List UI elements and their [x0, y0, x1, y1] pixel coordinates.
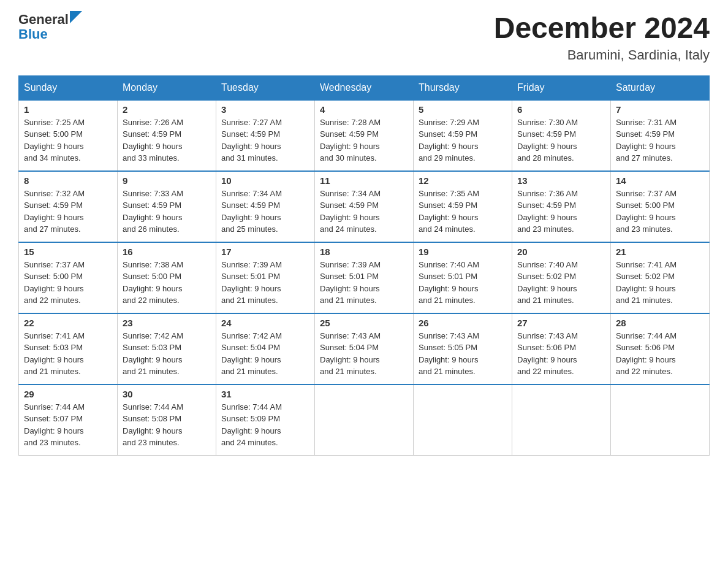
day-info: Sunrise: 7:32 AMSunset: 4:59 PMDaylight:…	[24, 188, 112, 236]
calendar-week-row: 15Sunrise: 7:37 AMSunset: 5:00 PMDayligh…	[19, 242, 710, 313]
day-info: Sunrise: 7:41 AMSunset: 5:03 PMDaylight:…	[24, 330, 112, 378]
calendar-day-cell: 2Sunrise: 7:26 AMSunset: 4:59 PMDaylight…	[118, 100, 216, 171]
calendar-day-cell: 30Sunrise: 7:44 AMSunset: 5:08 PMDayligh…	[118, 385, 216, 456]
day-number: 22	[24, 318, 112, 328]
calendar-day-cell: 27Sunrise: 7:43 AMSunset: 5:06 PMDayligh…	[512, 313, 611, 385]
day-number: 9	[123, 175, 211, 186]
calendar-day-cell: 25Sunrise: 7:43 AMSunset: 5:04 PMDayligh…	[315, 313, 414, 385]
calendar-day-cell: 29Sunrise: 7:44 AMSunset: 5:07 PMDayligh…	[19, 385, 118, 456]
calendar-week-row: 22Sunrise: 7:41 AMSunset: 5:03 PMDayligh…	[19, 313, 710, 385]
column-header-thursday: Thursday	[414, 75, 512, 100]
calendar-day-cell: 14Sunrise: 7:37 AMSunset: 5:00 PMDayligh…	[611, 171, 710, 242]
calendar-day-cell: 9Sunrise: 7:33 AMSunset: 4:59 PMDaylight…	[118, 171, 216, 242]
calendar-day-cell: 23Sunrise: 7:42 AMSunset: 5:03 PMDayligh…	[118, 313, 216, 385]
calendar-day-cell: 24Sunrise: 7:42 AMSunset: 5:04 PMDayligh…	[216, 313, 315, 385]
location-title: Barumini, Sardinia, Italy	[494, 47, 710, 63]
day-info: Sunrise: 7:33 AMSunset: 4:59 PMDaylight:…	[123, 188, 211, 236]
day-info: Sunrise: 7:34 AMSunset: 4:59 PMDaylight:…	[320, 188, 408, 236]
day-info: Sunrise: 7:39 AMSunset: 5:01 PMDaylight:…	[320, 259, 408, 307]
day-info: Sunrise: 7:34 AMSunset: 4:59 PMDaylight:…	[221, 188, 309, 236]
calendar-day-cell: 10Sunrise: 7:34 AMSunset: 4:59 PMDayligh…	[216, 171, 315, 242]
svg-marker-0	[70, 11, 82, 23]
day-number: 21	[616, 247, 704, 257]
day-info: Sunrise: 7:38 AMSunset: 5:00 PMDaylight:…	[123, 259, 211, 307]
day-info: Sunrise: 7:31 AMSunset: 4:59 PMDaylight:…	[616, 117, 704, 164]
calendar-week-row: 1Sunrise: 7:25 AMSunset: 5:00 PMDaylight…	[19, 100, 710, 171]
month-title: December 2024	[494, 12, 710, 45]
calendar-day-cell: 8Sunrise: 7:32 AMSunset: 4:59 PMDaylight…	[19, 171, 118, 242]
calendar-day-cell: 18Sunrise: 7:39 AMSunset: 5:01 PMDayligh…	[315, 242, 414, 313]
calendar-day-cell: 6Sunrise: 7:30 AMSunset: 4:59 PMDaylight…	[512, 100, 611, 171]
day-number: 29	[24, 389, 112, 399]
day-number: 17	[221, 247, 309, 257]
day-info: Sunrise: 7:35 AMSunset: 4:59 PMDaylight:…	[419, 188, 507, 236]
day-number: 30	[123, 389, 211, 399]
day-number: 8	[24, 175, 112, 186]
day-number: 2	[123, 104, 211, 115]
day-info: Sunrise: 7:29 AMSunset: 4:59 PMDaylight:…	[419, 117, 507, 164]
calendar-day-cell: 4Sunrise: 7:28 AMSunset: 4:59 PMDaylight…	[315, 100, 414, 171]
day-number: 25	[320, 318, 408, 328]
day-info: Sunrise: 7:40 AMSunset: 5:01 PMDaylight:…	[419, 259, 507, 307]
day-info: Sunrise: 7:25 AMSunset: 5:00 PMDaylight:…	[24, 117, 112, 164]
day-number: 24	[221, 318, 309, 328]
day-number: 11	[320, 175, 408, 186]
calendar-day-cell: 20Sunrise: 7:40 AMSunset: 5:02 PMDayligh…	[512, 242, 611, 313]
day-number: 5	[419, 104, 507, 115]
calendar-day-cell: 26Sunrise: 7:43 AMSunset: 5:05 PMDayligh…	[414, 313, 512, 385]
day-info: Sunrise: 7:26 AMSunset: 4:59 PMDaylight:…	[123, 117, 211, 164]
column-header-wednesday: Wednesday	[315, 75, 414, 100]
calendar-day-cell: 16Sunrise: 7:38 AMSunset: 5:00 PMDayligh…	[118, 242, 216, 313]
day-info: Sunrise: 7:39 AMSunset: 5:01 PMDaylight:…	[221, 259, 309, 307]
calendar-day-cell: 19Sunrise: 7:40 AMSunset: 5:01 PMDayligh…	[414, 242, 512, 313]
day-number: 1	[24, 104, 112, 115]
calendar-day-cell: 1Sunrise: 7:25 AMSunset: 5:00 PMDaylight…	[19, 100, 118, 171]
calendar-day-cell: 22Sunrise: 7:41 AMSunset: 5:03 PMDayligh…	[19, 313, 118, 385]
day-info: Sunrise: 7:43 AMSunset: 5:06 PMDaylight:…	[517, 330, 605, 378]
day-number: 3	[221, 104, 309, 115]
calendar-day-cell: 31Sunrise: 7:44 AMSunset: 5:09 PMDayligh…	[216, 385, 315, 456]
day-number: 15	[24, 247, 112, 257]
day-number: 18	[320, 247, 408, 257]
day-number: 14	[616, 175, 704, 186]
day-number: 26	[419, 318, 507, 328]
day-info: Sunrise: 7:40 AMSunset: 5:02 PMDaylight:…	[517, 259, 605, 307]
calendar-day-cell: 11Sunrise: 7:34 AMSunset: 4:59 PMDayligh…	[315, 171, 414, 242]
day-info: Sunrise: 7:36 AMSunset: 4:59 PMDaylight:…	[517, 188, 605, 236]
day-info: Sunrise: 7:44 AMSunset: 5:09 PMDaylight:…	[221, 401, 309, 449]
day-number: 7	[616, 104, 704, 115]
calendar-day-cell: 15Sunrise: 7:37 AMSunset: 5:00 PMDayligh…	[19, 242, 118, 313]
day-info: Sunrise: 7:43 AMSunset: 5:05 PMDaylight:…	[419, 330, 507, 378]
day-number: 28	[616, 318, 704, 328]
column-header-friday: Friday	[512, 75, 611, 100]
day-info: Sunrise: 7:42 AMSunset: 5:04 PMDaylight:…	[221, 330, 309, 378]
page-header: General Blue December 2024 Barumini, Sar…	[18, 12, 710, 63]
day-info: Sunrise: 7:30 AMSunset: 4:59 PMDaylight:…	[517, 117, 605, 164]
calendar-day-cell: 5Sunrise: 7:29 AMSunset: 4:59 PMDaylight…	[414, 100, 512, 171]
day-info: Sunrise: 7:44 AMSunset: 5:08 PMDaylight:…	[123, 401, 211, 449]
day-number: 12	[419, 175, 507, 186]
day-info: Sunrise: 7:43 AMSunset: 5:04 PMDaylight:…	[320, 330, 408, 378]
day-info: Sunrise: 7:44 AMSunset: 5:06 PMDaylight:…	[616, 330, 704, 378]
calendar-header-row: SundayMondayTuesdayWednesdayThursdayFrid…	[19, 75, 710, 100]
empty-cell	[414, 385, 512, 456]
column-header-monday: Monday	[118, 75, 216, 100]
day-number: 16	[123, 247, 211, 257]
empty-cell	[315, 385, 414, 456]
calendar-week-row: 8Sunrise: 7:32 AMSunset: 4:59 PMDaylight…	[19, 171, 710, 242]
day-number: 4	[320, 104, 408, 115]
column-header-saturday: Saturday	[611, 75, 710, 100]
day-number: 31	[221, 389, 309, 399]
day-number: 23	[123, 318, 211, 328]
calendar-day-cell: 21Sunrise: 7:41 AMSunset: 5:02 PMDayligh…	[611, 242, 710, 313]
day-info: Sunrise: 7:37 AMSunset: 5:00 PMDaylight:…	[24, 259, 112, 307]
calendar-week-row: 29Sunrise: 7:44 AMSunset: 5:07 PMDayligh…	[19, 385, 710, 456]
day-number: 6	[517, 104, 605, 115]
day-info: Sunrise: 7:27 AMSunset: 4:59 PMDaylight:…	[221, 117, 309, 164]
title-block: December 2024 Barumini, Sardinia, Italy	[494, 12, 710, 63]
day-info: Sunrise: 7:41 AMSunset: 5:02 PMDaylight:…	[616, 259, 704, 307]
day-info: Sunrise: 7:28 AMSunset: 4:59 PMDaylight:…	[320, 117, 408, 164]
day-info: Sunrise: 7:42 AMSunset: 5:03 PMDaylight:…	[123, 330, 211, 378]
column-header-sunday: Sunday	[19, 75, 118, 100]
empty-cell	[512, 385, 611, 456]
